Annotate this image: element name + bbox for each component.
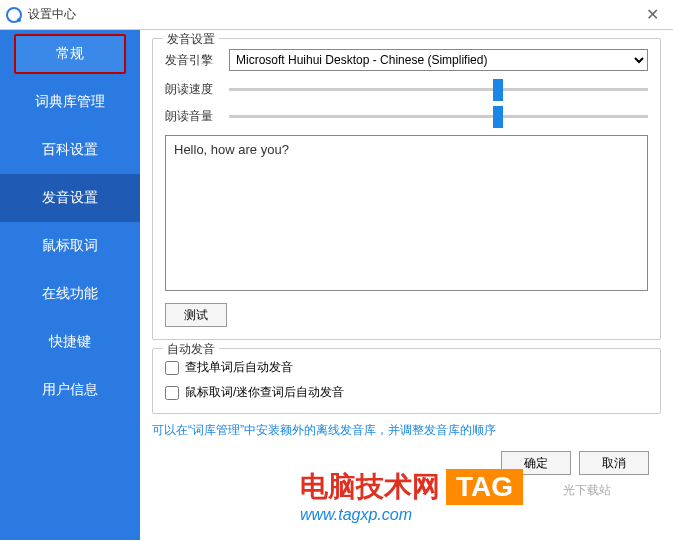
speed-slider[interactable] bbox=[229, 88, 648, 91]
hint-text: 可以在“词库管理”中安装额外的离线发音库，并调整发音库的顺序 bbox=[152, 422, 661, 439]
volume-slider[interactable] bbox=[229, 115, 648, 118]
sample-textarea[interactable] bbox=[165, 135, 648, 291]
sidebar-item-hotkey[interactable]: 快捷键 bbox=[0, 318, 140, 366]
row-engine: 发音引擎 Microsoft Huihui Desktop - Chinese … bbox=[165, 49, 648, 71]
cb-mouse[interactable] bbox=[165, 386, 179, 400]
close-icon[interactable]: ✕ bbox=[637, 5, 667, 24]
sidebar-item-online[interactable]: 在线功能 bbox=[0, 270, 140, 318]
sidebar-item-dictlib[interactable]: 词典库管理 bbox=[0, 78, 140, 126]
group-voice-legend: 发音设置 bbox=[163, 31, 219, 48]
sidebar-item-general[interactable]: 常规 bbox=[14, 34, 126, 74]
engine-select[interactable]: Microsoft Huihui Desktop - Chinese (Simp… bbox=[229, 49, 648, 71]
speed-thumb[interactable] bbox=[493, 79, 503, 101]
row-volume: 朗读音量 bbox=[165, 108, 648, 125]
row-speed: 朗读速度 bbox=[165, 81, 648, 98]
sidebar-item-user[interactable]: 用户信息 bbox=[0, 366, 140, 414]
group-auto-voice: 自动发音 查找单词后自动发音 鼠标取词/迷你查词后自动发音 bbox=[152, 348, 661, 414]
titlebar: 设置中心 ✕ bbox=[0, 0, 673, 30]
cb-mouse-row[interactable]: 鼠标取词/迷你查词后自动发音 bbox=[165, 384, 648, 401]
group-voice-settings: 发音设置 发音引擎 Microsoft Huihui Desktop - Chi… bbox=[152, 38, 661, 340]
sidebar-item-voice[interactable]: 发音设置 bbox=[0, 174, 140, 222]
cb-search[interactable] bbox=[165, 361, 179, 375]
sidebar-item-mouse[interactable]: 鼠标取词 bbox=[0, 222, 140, 270]
group-auto-legend: 自动发音 bbox=[163, 341, 219, 358]
volume-label: 朗读音量 bbox=[165, 108, 221, 125]
app-icon bbox=[6, 7, 22, 23]
engine-label: 发音引擎 bbox=[165, 52, 221, 69]
content: 发音设置 发音引擎 Microsoft Huihui Desktop - Chi… bbox=[140, 30, 673, 540]
window-title: 设置中心 bbox=[28, 6, 76, 23]
main: 常规 词典库管理 百科设置 发音设置 鼠标取词 在线功能 快捷键 用户信息 发音… bbox=[0, 30, 673, 540]
bottom-bar: 确定 取消 bbox=[152, 447, 661, 479]
cb-search-label: 查找单词后自动发音 bbox=[185, 359, 293, 376]
sidebar-item-encyclopedia[interactable]: 百科设置 bbox=[0, 126, 140, 174]
sidebar: 常规 词典库管理 百科设置 发音设置 鼠标取词 在线功能 快捷键 用户信息 bbox=[0, 30, 140, 540]
test-button[interactable]: 测试 bbox=[165, 303, 227, 327]
ok-button[interactable]: 确定 bbox=[501, 451, 571, 475]
speed-label: 朗读速度 bbox=[165, 81, 221, 98]
cb-search-row[interactable]: 查找单词后自动发音 bbox=[165, 359, 648, 376]
cb-mouse-label: 鼠标取词/迷你查词后自动发音 bbox=[185, 384, 344, 401]
volume-thumb[interactable] bbox=[493, 106, 503, 128]
cancel-button[interactable]: 取消 bbox=[579, 451, 649, 475]
